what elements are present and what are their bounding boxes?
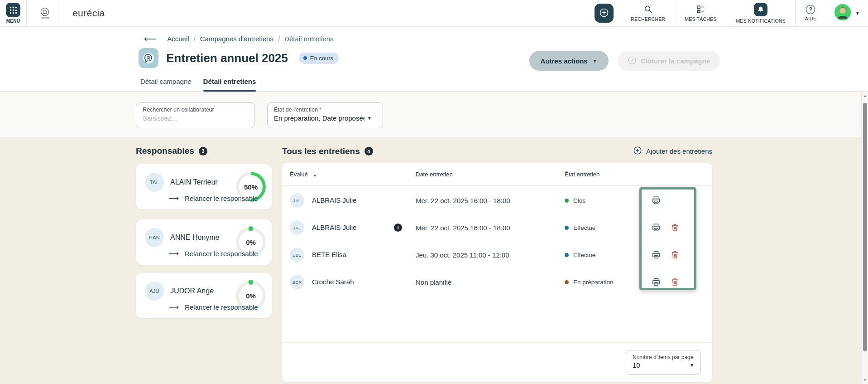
scroll-up-arrow[interactable]: ▲ (862, 94, 868, 98)
relancer-label: Relancer le responsable (185, 194, 258, 202)
delete-button[interactable] (670, 250, 680, 260)
search-collaborator-field[interactable]: Rechercher un collaborateur (136, 102, 255, 128)
header-actions: Autres actions ▼ Clôturer la campagne (529, 51, 720, 71)
responsables-title: Responsables 3 (136, 146, 207, 156)
avatar: AJU (145, 282, 164, 301)
entretiens-table: Évalué ▲ Date entretien État entretien J… (282, 163, 712, 382)
interview-date: Non planifié (416, 278, 451, 286)
avatar: SCR (290, 275, 304, 289)
notifications-nav-button[interactable]: MES NOTIFICATIONS (726, 0, 795, 26)
add-entretiens-button[interactable]: Ajouter des entretiens (633, 146, 712, 156)
evaluee-name: BETE Elisa (312, 251, 346, 258)
interview-status: En préparation (565, 279, 614, 286)
entretiens-header: Tous les entretiens 4 Ajouter des entret… (282, 146, 712, 156)
scroll-down-arrow[interactable]: ▼ (862, 378, 868, 382)
svg-text:eurécia: eurécia (41, 16, 49, 19)
interview-status: Effectué (565, 252, 595, 258)
sort-asc-icon: ▲ (313, 173, 317, 177)
progress-label: 0% (246, 238, 256, 246)
help-icon: ? (806, 5, 815, 14)
responsable-card: TAL ALAIN Terrieur 50% ⟶ Relancer le res… (136, 164, 272, 209)
relancer-link[interactable]: ⟶ Relancer le responsable (168, 194, 258, 203)
chevron-down-icon: ▼ (855, 11, 860, 16)
status-dot (565, 280, 569, 284)
entretiens-count-badge: 4 (364, 147, 373, 156)
status-dot (565, 253, 569, 257)
tasks-nav-button[interactable]: MES TÂCHES (675, 0, 726, 26)
print-button[interactable] (651, 195, 661, 205)
print-button[interactable] (651, 277, 661, 287)
back-arrow-icon[interactable]: ⟵ (144, 34, 156, 44)
table-row: EBE BETE Elisa Jeu. 30 oct. 2025 11:00 -… (282, 241, 712, 268)
more-actions-button[interactable]: Autres actions ▼ (529, 51, 609, 71)
table-footer-divider (282, 342, 712, 343)
close-campaign-button[interactable]: Clôturer la campagne (618, 51, 720, 71)
search-nav-button[interactable]: RECHERCHER (621, 0, 675, 26)
info-icon[interactable]: i (394, 224, 402, 232)
column-date[interactable]: Date entretien (416, 163, 453, 186)
items-per-page-value: 10 (633, 361, 640, 369)
page-header: ⟵ Accueil / Campagnes d'entretiens / Dét… (0, 27, 868, 92)
print-button[interactable] (651, 250, 661, 260)
interview-state-label: État de l'entretien * (274, 107, 376, 113)
avatar: JAL (290, 220, 304, 235)
relancer-link[interactable]: ⟶ Relancer le responsable (168, 303, 258, 311)
avatar: HAN (145, 228, 164, 247)
relancer-label: Relancer le responsable (185, 303, 258, 311)
table-header: Évalué ▲ Date entretien État entretien (282, 163, 712, 186)
interview-state-label-text: État de l'entretien (274, 107, 318, 113)
campaign-chat-icon (139, 48, 158, 68)
delete-button[interactable] (670, 223, 680, 233)
search-collaborator-input[interactable] (143, 114, 248, 122)
column-evalue[interactable]: Évalué ▲ (290, 163, 317, 187)
filter-bar: Rechercher un collaborateur État de l'en… (0, 92, 861, 137)
progress-start-dot (249, 226, 254, 231)
status-label: En préparation (573, 279, 614, 286)
items-per-page-select[interactable]: Nombre d'items par page 10 ▼ (626, 350, 701, 375)
print-button[interactable] (651, 223, 661, 233)
page-title: Entretien annuel 2025 (166, 51, 288, 65)
delete-button[interactable] (670, 277, 680, 287)
menu-button[interactable]: MENU (0, 0, 26, 26)
quick-add-button[interactable] (595, 4, 614, 23)
brand-wordmark: eurécia (72, 8, 105, 19)
tab-detail-campagne[interactable]: Détail campagne (140, 78, 192, 91)
eurecia-logo[interactable]: eurécia (27, 0, 63, 26)
status-dot (565, 199, 569, 203)
arrow-right-icon: ⟶ (168, 303, 179, 311)
chevron-down-icon: ▼ (367, 116, 372, 121)
bell-icon (754, 3, 767, 16)
breadcrumb-campagnes[interactable]: Campagnes d'entretiens (200, 35, 273, 43)
interview-date: Jeu. 30 oct. 2025 11:00 - 12:00 (416, 251, 509, 259)
tab-detail-entretiens[interactable]: Détail entretiens (203, 78, 256, 91)
entretiens-title: Tous les entretiens 4 (282, 146, 373, 156)
chevron-down-icon: ▼ (690, 363, 694, 368)
more-actions-label: Autres actions (541, 57, 588, 65)
printer-icon (651, 223, 661, 233)
help-nav-button[interactable]: ? AIDE (796, 0, 826, 26)
column-etat[interactable]: État entretien (565, 163, 599, 186)
tasks-nav-label: MES TÂCHES (685, 16, 716, 22)
topbar: MENU eurécia eurécia (0, 0, 868, 27)
responsables-count-badge: 3 (199, 147, 207, 156)
vertical-scrollbar[interactable]: ▲ ▼ (861, 92, 868, 384)
divider (63, 0, 63, 26)
add-entretiens-label: Ajouter des entretiens (646, 147, 712, 155)
user-menu[interactable]: ▼ (826, 0, 868, 26)
search-icon (644, 5, 652, 15)
relancer-link[interactable]: ⟶ Relancer le responsable (168, 249, 258, 258)
progress-label: 50% (244, 183, 258, 191)
arrow-right-icon: ⟶ (168, 249, 179, 258)
printer-icon (651, 277, 661, 287)
breadcrumb-accueil[interactable]: Accueil (167, 35, 189, 43)
trash-icon (670, 277, 680, 287)
search-collaborator-label: Rechercher un collaborateur (143, 107, 248, 113)
topbar-spacer (105, 0, 595, 26)
responsables-title-text: Responsables (136, 146, 194, 156)
interview-state-select[interactable]: État de l'entretien * En préparation, Da… (267, 102, 383, 128)
required-asterisk: * (319, 107, 321, 113)
scrollbar-thumb[interactable] (863, 103, 867, 351)
items-per-page-label: Nombre d'items par page (633, 354, 694, 360)
relancer-label: Relancer le responsable (185, 250, 258, 258)
responsable-name: ANNE Honyme (170, 233, 219, 242)
